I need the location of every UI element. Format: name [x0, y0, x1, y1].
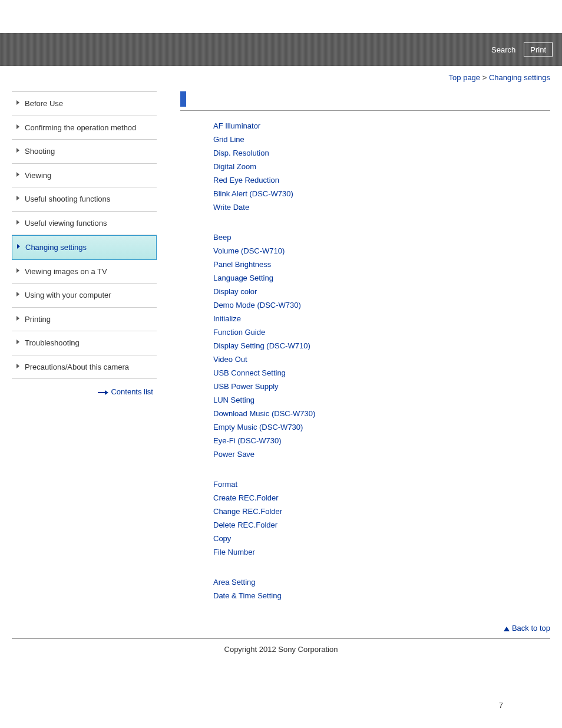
settings-link[interactable]: Disp. Resolution: [213, 146, 550, 160]
sidebar-item[interactable]: Before Use: [12, 92, 157, 116]
sidebar-item[interactable]: Shooting: [12, 140, 157, 164]
settings-link[interactable]: Change REC.Folder: [213, 505, 550, 518]
title-accent-bar: [180, 91, 186, 107]
settings-link[interactable]: Date & Time Setting: [213, 589, 550, 602]
sidebar-item[interactable]: Printing: [12, 308, 157, 332]
sidebar-item[interactable]: Useful viewing functions: [12, 212, 157, 236]
settings-link[interactable]: Display color: [213, 285, 550, 298]
settings-link[interactable]: Write Date: [213, 200, 550, 214]
sidebar-item[interactable]: Troubleshooting: [12, 331, 157, 355]
settings-link[interactable]: Beep: [213, 230, 550, 244]
settings-link[interactable]: Volume (DSC-W710): [213, 244, 550, 258]
breadcrumb-top-link[interactable]: Top page: [449, 73, 481, 82]
contents-list-link[interactable]: Contents list: [98, 387, 153, 396]
settings-link[interactable]: Power Save: [213, 447, 550, 461]
back-to-top-row: Back to top: [0, 619, 562, 638]
sidebar-item[interactable]: Viewing: [12, 164, 157, 188]
settings-link[interactable]: Digital Zoom: [213, 160, 550, 173]
copyright-text: Copyright 2012 Sony Corporation: [0, 639, 562, 671]
settings-link[interactable]: Demo Mode (DSC-W730): [213, 298, 550, 312]
section-main-settings: Beep Volume (DSC-W710) Panel Brightness …: [180, 230, 550, 461]
settings-link[interactable]: LUN Setting: [213, 393, 550, 407]
settings-link[interactable]: Language Setting: [213, 271, 550, 285]
sidebar-item[interactable]: Using with your computer: [12, 284, 157, 308]
breadcrumb-current: Changing settings: [489, 73, 550, 82]
settings-link[interactable]: File Number: [213, 545, 550, 559]
settings-link[interactable]: Red Eye Reduction: [213, 173, 550, 187]
contents-list-row: Contents list: [12, 379, 157, 396]
section-memory-tool: Format Create REC.Folder Change REC.Fold…: [180, 477, 550, 559]
section-shooting-settings: AF Illuminator Grid Line Disp. Resolutio…: [180, 119, 550, 214]
header-actions: Search Print: [488, 42, 553, 57]
settings-link[interactable]: Grid Line: [213, 133, 550, 146]
settings-link[interactable]: Video Out: [213, 353, 550, 366]
sidebar-item[interactable]: Precautions/About this camera: [12, 355, 157, 380]
sidebar-item[interactable]: Confirming the operation method: [12, 116, 157, 140]
section-clock-settings: Area Setting Date & Time Setting: [180, 575, 550, 602]
sidebar-list: Before Use Confirming the operation meth…: [12, 91, 157, 379]
settings-link[interactable]: Eye-Fi (DSC-W730): [213, 434, 550, 447]
settings-link[interactable]: Blink Alert (DSC-W730): [213, 187, 550, 200]
sidebar: Before Use Confirming the operation meth…: [12, 91, 157, 396]
print-button[interactable]: Print: [524, 42, 553, 57]
page-title-row: [180, 91, 550, 111]
back-to-top-label: Back to top: [512, 624, 550, 633]
arrow-right-icon: [98, 391, 108, 394]
settings-link[interactable]: Display Setting (DSC-W710): [213, 339, 550, 353]
settings-link[interactable]: Download Music (DSC-W730): [213, 407, 550, 420]
sidebar-item[interactable]: Useful shooting functions: [12, 187, 157, 212]
settings-link[interactable]: Copy: [213, 532, 550, 545]
settings-link[interactable]: Area Setting: [213, 575, 550, 589]
settings-link[interactable]: Delete REC.Folder: [213, 518, 550, 532]
settings-link[interactable]: Function Guide: [213, 325, 550, 339]
settings-link[interactable]: USB Power Supply: [213, 380, 550, 393]
settings-link[interactable]: Create REC.Folder: [213, 491, 550, 505]
search-button[interactable]: Search: [488, 43, 519, 57]
settings-link[interactable]: USB Connect Setting: [213, 366, 550, 380]
settings-link[interactable]: Panel Brightness: [213, 258, 550, 271]
breadcrumb: Top page > Changing settings: [0, 66, 562, 91]
contents-list-label: Contents list: [111, 387, 153, 396]
breadcrumb-separator: >: [482, 73, 487, 82]
settings-link[interactable]: AF Illuminator: [213, 119, 550, 133]
header-band: Search Print: [0, 33, 562, 66]
triangle-up-icon: [504, 627, 510, 631]
main-content: AF Illuminator Grid Line Disp. Resolutio…: [157, 91, 550, 619]
back-to-top-link[interactable]: Back to top: [504, 624, 550, 633]
sidebar-item-active[interactable]: Changing settings: [12, 235, 157, 260]
page-number: 7: [0, 671, 562, 727]
settings-link[interactable]: Empty Music (DSC-W730): [213, 420, 550, 434]
settings-link[interactable]: Initialize: [213, 312, 550, 325]
settings-link[interactable]: Format: [213, 477, 550, 491]
sidebar-item[interactable]: Viewing images on a TV: [12, 260, 157, 284]
